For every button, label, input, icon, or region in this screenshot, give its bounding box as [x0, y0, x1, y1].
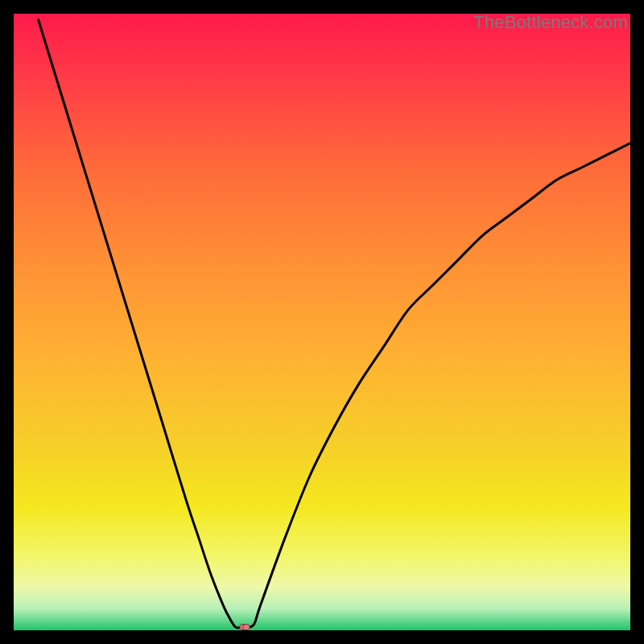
- bottleneck-curve: [14, 14, 630, 630]
- chart-frame: TheBottleneck.com: [14, 14, 630, 630]
- watermark-text: TheBottleneck.com: [473, 12, 628, 33]
